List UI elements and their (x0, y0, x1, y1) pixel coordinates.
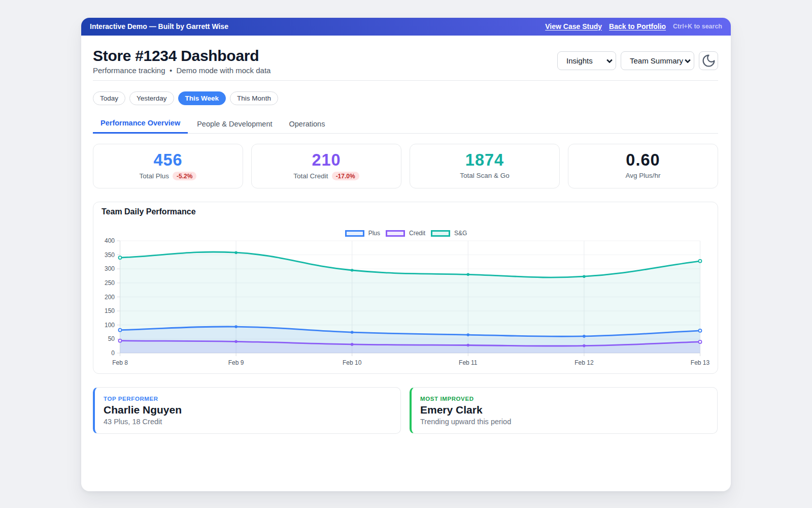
svg-text:200: 200 (105, 294, 115, 301)
svg-text:100: 100 (105, 322, 115, 329)
svg-text:Feb 13: Feb 13 (691, 359, 710, 366)
svg-text:Feb 9: Feb 9 (228, 359, 244, 366)
svg-text:Feb 8: Feb 8 (112, 359, 128, 366)
svg-text:350: 350 (105, 251, 115, 259)
svg-text:0: 0 (111, 350, 115, 357)
svg-text:250: 250 (105, 279, 115, 287)
svg-text:300: 300 (105, 265, 115, 272)
svg-text:Feb 12: Feb 12 (574, 359, 594, 366)
svg-text:400: 400 (105, 237, 115, 244)
svg-text:Feb 10: Feb 10 (343, 359, 362, 366)
svg-text:50: 50 (108, 335, 115, 342)
svg-text:Feb 11: Feb 11 (459, 359, 478, 366)
svg-text:150: 150 (105, 307, 115, 314)
